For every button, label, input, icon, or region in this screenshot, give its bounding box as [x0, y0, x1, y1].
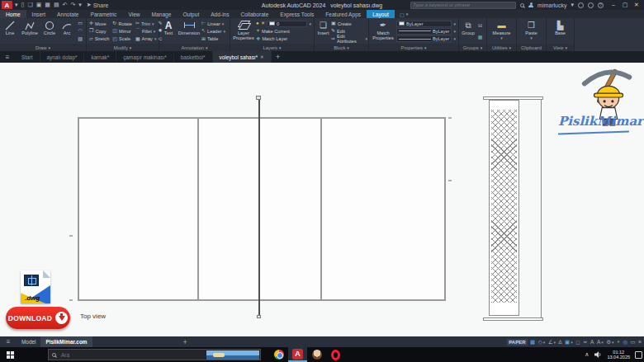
osnap-tracking-icon[interactable]: ▣ — [565, 339, 573, 346]
panel-label-draw[interactable]: Draw — [0, 44, 86, 51]
taskbar-search-input[interactable] — [59, 351, 183, 359]
rotate-button[interactable]: ↻Rotate — [112, 20, 132, 27]
help-search-input[interactable] — [410, 2, 516, 9]
plot-icon[interactable]: ▤ — [54, 2, 59, 8]
fillet-button[interactable]: ⌒Fillet — [135, 27, 157, 35]
tab-featured-apps[interactable]: Featured Apps — [320, 10, 367, 18]
annotation-monitor-icon[interactable]: + — [617, 339, 620, 345]
tab-manage[interactable]: Manage — [146, 10, 178, 18]
search-highlight-image[interactable] — [206, 350, 259, 360]
match-properties-button[interactable]: ✒ Match Properties — [370, 19, 396, 44]
tab-insert[interactable]: Insert — [26, 10, 52, 18]
net-hatch-pattern[interactable] — [491, 110, 517, 303]
table-button[interactable]: ⊞Table — [201, 35, 225, 43]
line-button[interactable]: Line — [1, 19, 19, 44]
app-button-3[interactable] — [307, 347, 326, 362]
model-tab[interactable]: Model — [17, 336, 40, 347]
group-button[interactable]: ⧉ Group — [460, 19, 476, 44]
annotation-visibility-icon[interactable]: A — [590, 339, 594, 345]
app-store-icon[interactable] — [578, 2, 584, 8]
tab-express-tools[interactable]: Express Tools — [274, 10, 320, 18]
close-tab-icon[interactable]: ✕ — [260, 54, 264, 59]
start-button[interactable] — [0, 347, 20, 362]
ribbon-display-toggle[interactable]: ▢ — [400, 10, 408, 18]
panel-label-block[interactable]: Block — [315, 44, 368, 51]
user-dropdown-icon[interactable]: ▾ — [571, 2, 574, 8]
dimension-button[interactable]: Dimension — [177, 19, 201, 44]
panel-label-utilities[interactable]: Utilities — [487, 44, 516, 51]
object-color-dropdown[interactable]: ByLayer — [396, 20, 456, 27]
ellipse-icon[interactable]: ◠ — [78, 28, 82, 34]
menu-caret-icon[interactable]: ▾ — [15, 2, 18, 8]
base-view-button[interactable]: ▙ Base — [552, 19, 570, 44]
attack-line-right[interactable] — [320, 117, 322, 301]
move-button[interactable]: ✛Move — [89, 20, 109, 27]
hatch-icon[interactable]: ▨ — [78, 36, 83, 42]
group-edit-icon[interactable]: ▩ — [478, 35, 483, 40]
help-icon[interactable]: ? — [598, 2, 604, 8]
taskbar-search[interactable] — [48, 349, 261, 360]
signed-in-user[interactable]: mimarlucky — [537, 2, 566, 8]
search-icon[interactable] — [520, 3, 524, 7]
array-button[interactable]: ▦Array — [135, 35, 157, 43]
download-button[interactable]: DOWNLOAD — [6, 307, 70, 329]
stretch-button[interactable]: ▱Stretch — [89, 35, 109, 43]
undo-icon[interactable]: ↶ — [63, 2, 68, 8]
layout-tab-pislikmimar[interactable]: PislikMimar.com — [40, 336, 92, 347]
snap-toggle-icon[interactable]: ◇ — [538, 339, 546, 346]
match-layer-button[interactable]: ❖ Match Layer — [256, 35, 311, 43]
ungroup-icon[interactable]: ⊟ — [478, 23, 482, 29]
tab-start[interactable]: Start — [15, 51, 40, 63]
layer-dropdown[interactable]: ● ☀ 0 — [256, 20, 311, 27]
autocad-app-button[interactable]: A — [288, 347, 307, 362]
autodesk-access-icon[interactable] — [588, 2, 594, 8]
mirror-button[interactable]: ◫Mirror — [112, 27, 132, 35]
circle-button[interactable]: Circle — [40, 19, 59, 44]
edit-attributes-button[interactable]: ✑Edit Attributes — [331, 35, 367, 43]
tab-annotate[interactable]: Annotate — [51, 10, 84, 18]
paste-button[interactable]: ❒ Paste — [521, 19, 542, 44]
center-line[interactable] — [258, 98, 260, 317]
lineweight-dropdown[interactable]: ByLayer — [396, 27, 456, 35]
isodraft-icon[interactable]: ∆ — [559, 339, 562, 345]
arc-button[interactable]: Arc — [59, 19, 75, 44]
polar-tracking-icon[interactable]: ∠ — [548, 339, 556, 346]
copy-button[interactable]: ❐Copy — [89, 27, 109, 35]
tab-view[interactable]: View — [122, 10, 145, 18]
qat-dropdown-icon[interactable]: ▾ — [78, 2, 82, 8]
open-file-icon[interactable]: ❏ — [27, 2, 32, 8]
layout-menu-icon[interactable]: ≡ — [0, 338, 17, 346]
tab-voleybol-sahasi[interactable]: voleybol sahası* ✕ — [213, 51, 272, 63]
annotation-scale-icon[interactable]: A — [597, 339, 604, 345]
opera-app-button[interactable] — [326, 347, 345, 362]
minimize-button[interactable]: – — [608, 2, 619, 8]
panel-label-view[interactable]: View — [547, 44, 574, 51]
text-button[interactable]: Text — [160, 19, 177, 44]
paper-space-toggle[interactable]: PAPER — [507, 339, 527, 346]
new-file-icon[interactable]: ▯ — [21, 2, 25, 8]
scale-button[interactable]: ◰Scale — [112, 35, 132, 43]
new-drawing-button[interactable]: + — [272, 51, 285, 63]
new-layout-button[interactable]: + — [183, 338, 187, 346]
object-snap-icon[interactable]: ◻ — [575, 339, 580, 346]
tab-output[interactable]: Output — [177, 10, 205, 18]
volume-icon[interactable] — [594, 350, 602, 359]
linetype-dropdown[interactable]: ByLayer — [396, 35, 456, 43]
rectangle-icon[interactable]: ▭ — [78, 21, 83, 26]
tab-basketbol[interactable]: basketbol* — [174, 51, 213, 63]
share-button[interactable]: ➤ Share — [87, 2, 109, 8]
layer-properties-button[interactable]: Layer Properties — [231, 19, 256, 44]
polyline-button[interactable]: Polyline — [19, 19, 40, 44]
panel-label-layers[interactable]: Layers — [230, 44, 314, 51]
save-as-icon[interactable]: ▦ — [45, 2, 50, 8]
tab-addins[interactable]: Add-ins — [205, 10, 234, 18]
insert-block-button[interactable]: ❏ Insert — [315, 19, 331, 44]
chrome-app-button[interactable] — [269, 347, 288, 362]
file-tabs-menu-icon[interactable]: ≡ — [0, 51, 15, 63]
close-button[interactable]: ✕ — [631, 2, 642, 8]
panel-label-groups[interactable]: Groups — [459, 44, 486, 51]
trim-button[interactable]: ✂Trim — [135, 20, 157, 27]
isolate-objects-icon[interactable]: ◎ — [623, 339, 627, 346]
tab-parametric[interactable]: Parametric — [85, 10, 123, 18]
maximize-button[interactable]: ▢ — [619, 2, 631, 8]
